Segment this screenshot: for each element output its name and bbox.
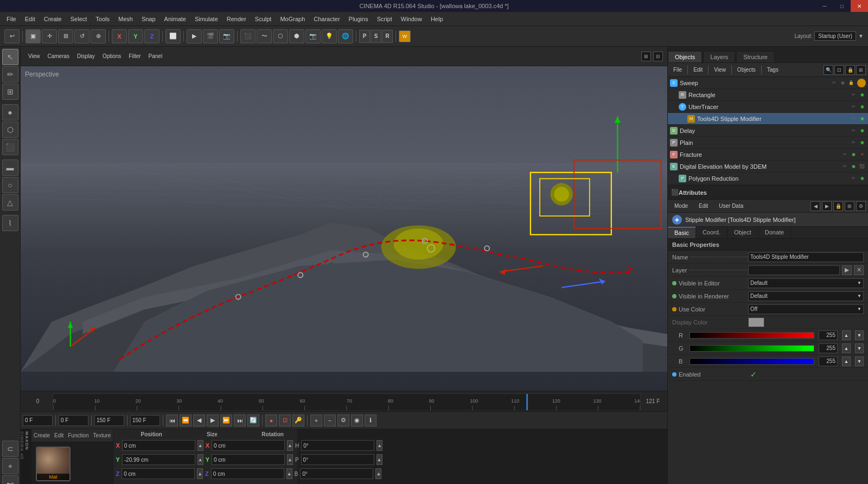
z-axis-btn[interactable]: Z — [144, 29, 159, 43]
z-pos-step[interactable]: ▲ — [197, 468, 203, 479]
go-to-start-button[interactable]: ⏮ — [166, 415, 178, 426]
render-to-picture[interactable]: 📷 — [219, 29, 234, 43]
attr-tab-donate[interactable]: Donate — [758, 227, 791, 238]
key-add-button[interactable]: + — [310, 415, 322, 426]
b-step-down[interactable]: ▼ — [855, 356, 864, 366]
x-axis-btn[interactable]: X — [112, 29, 127, 43]
obj-item-fracture[interactable]: F Fracture ✏ ◉ ✕ — [668, 149, 868, 161]
g-step-down[interactable]: ▼ — [855, 343, 864, 353]
record-button[interactable]: ● — [265, 415, 277, 426]
deformer-btn[interactable]: ⬢ — [289, 29, 304, 43]
brush-tool[interactable]: ⌖ — [2, 458, 18, 474]
obj-item-polyred[interactable]: P Polygon Reduction ✏ ◉ — [668, 173, 868, 184]
prev-frame-button[interactable]: ⏪ — [180, 415, 192, 426]
mat-edit[interactable]: Edit — [54, 432, 63, 438]
obj-item-plain[interactable]: P Plain ✏ ◉ — [668, 137, 868, 149]
obj-menu-edit[interactable]: Edit — [690, 66, 706, 74]
playback-start-input[interactable] — [59, 415, 88, 426]
tracer-flag-render[interactable]: ◉ — [858, 103, 866, 111]
menu-help[interactable]: Help — [426, 15, 448, 23]
fracture-flag-render[interactable]: ◉ — [850, 151, 857, 158]
scene-btn[interactable]: 🌐 — [338, 29, 353, 43]
attr-lock[interactable]: 🔒 — [833, 201, 843, 211]
b-value-input[interactable] — [819, 356, 838, 366]
b-step-up[interactable]: ▲ — [842, 356, 851, 366]
menu-tools[interactable]: Tools — [91, 15, 114, 23]
obj-sort-icon[interactable]: ⊡ — [834, 65, 844, 75]
delay-flag-render[interactable]: ◉ — [858, 127, 866, 135]
key-snap-button[interactable]: ◉ — [351, 415, 363, 426]
tab-layers[interactable]: Layers — [703, 51, 735, 62]
key-button[interactable]: 🔑 — [292, 415, 304, 426]
r-step-down[interactable]: ▼ — [855, 330, 864, 340]
menu-snap[interactable]: Snap — [137, 15, 160, 23]
p-rotation-input[interactable] — [301, 454, 374, 465]
mat-function[interactable]: Function — [68, 432, 88, 438]
timeline-ruler[interactable]: 0 10 20 30 40 50 60 70 80 90 100 110 120… — [53, 393, 641, 410]
dem-flag-render[interactable]: ◉ — [850, 163, 857, 170]
loop-button[interactable]: 🔄 — [247, 415, 259, 426]
box-tool[interactable]: ⬛ — [2, 139, 18, 155]
go-to-end-button[interactable]: ⏭ — [234, 415, 246, 426]
menu-mesh[interactable]: Mesh — [114, 15, 137, 23]
y-pos-step[interactable]: ▲ — [197, 454, 203, 465]
obj-lock-icon[interactable]: 🔒 — [845, 65, 855, 75]
vp-menu-filter[interactable]: Filter — [125, 52, 144, 60]
attr-prev[interactable]: ◀ — [810, 201, 820, 211]
p-rot-step[interactable]: ▲ — [376, 454, 382, 465]
enabled-checkmark[interactable]: ✓ — [750, 370, 757, 379]
menu-select[interactable]: Select — [66, 15, 92, 23]
mat-texture[interactable]: Texture — [93, 432, 111, 438]
obj-search-icon[interactable]: 🔍 — [824, 65, 833, 75]
vp-menu-view[interactable]: View — [25, 52, 43, 60]
next-frame-button[interactable]: ⏩ — [220, 415, 232, 426]
sweep-flag-edit[interactable]: ✏ — [830, 79, 838, 87]
tab-structure[interactable]: Structure — [736, 51, 775, 62]
y-position-input[interactable] — [122, 454, 195, 465]
polyred-flag-render[interactable]: ◉ — [858, 175, 866, 182]
obj-menu-view[interactable]: View — [711, 66, 729, 74]
vp-nav-btn1[interactable]: ⊞ — [641, 52, 651, 61]
plain-flag-render[interactable]: ◉ — [858, 139, 866, 147]
obj-menu-file[interactable]: File — [670, 66, 685, 74]
x-pos-step[interactable]: ▲ — [197, 440, 203, 451]
cone-tool[interactable]: △ — [2, 194, 18, 211]
h-rotation-input[interactable] — [301, 440, 374, 451]
pointer-tool[interactable]: ↖ — [2, 49, 18, 65]
edit-btn[interactable]: Edit — [694, 202, 712, 210]
vp-menu-panel[interactable]: Panel — [145, 52, 166, 60]
stipple-flag-render[interactable]: ◉ — [858, 115, 866, 123]
obj-item-ubertracer[interactable]: T UberTracer ✏ ◉ — [668, 101, 868, 113]
attr-tab-object[interactable]: Object — [727, 227, 758, 238]
vp-nav-btn2[interactable]: ⊟ — [653, 52, 663, 61]
g-step-up[interactable]: ▲ — [842, 343, 851, 353]
attr-tab-coord[interactable]: Coord. — [696, 227, 727, 238]
polyred-flag-edit[interactable]: ✏ — [850, 175, 857, 182]
magnet-tool[interactable]: ⊂ — [2, 441, 18, 457]
delay-flag-edit[interactable]: ✏ — [850, 127, 857, 135]
obj-menu-objects[interactable]: Objects — [734, 66, 759, 74]
sweep-flag-render[interactable]: ◉ — [839, 79, 846, 87]
key-remove-button[interactable]: − — [324, 415, 336, 426]
undo-button[interactable]: ↩ — [4, 29, 20, 43]
move-tool[interactable]: ✛ — [42, 29, 57, 43]
world-coord[interactable]: W — [399, 30, 411, 42]
menu-window[interactable]: Window — [397, 15, 426, 23]
attr-next[interactable]: ▶ — [822, 201, 832, 211]
material-swatch-0[interactable]: Mat — [36, 447, 71, 481]
b-slider[interactable] — [690, 358, 814, 365]
obj-item-rectangle[interactable]: R Rectangle ✏ ◉ — [668, 89, 868, 101]
play-button[interactable]: ▶ — [207, 415, 219, 426]
menu-file[interactable]: File — [2, 15, 21, 23]
z-size-step[interactable]: ▲ — [286, 468, 292, 479]
light-btn[interactable]: 💡 — [322, 29, 337, 43]
menu-simulate[interactable]: Simulate — [190, 15, 222, 23]
maximize-button[interactable]: □ — [833, 0, 851, 12]
cylinder-tool[interactable]: ⬡ — [2, 122, 18, 138]
z-size-input[interactable] — [211, 468, 284, 479]
knife-tool[interactable]: ⌇ — [2, 215, 18, 231]
select-tool[interactable]: ▣ — [25, 29, 41, 43]
key-info-button[interactable]: ℹ — [365, 415, 376, 426]
obj-item-dem[interactable]: E Digital Elevation Model by 3DEM ✏ ◉ ⬛ — [668, 161, 868, 173]
vp-menu-options[interactable]: Options — [99, 52, 124, 60]
